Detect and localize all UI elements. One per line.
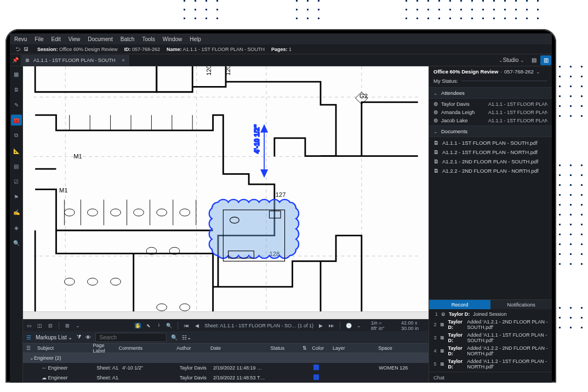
toggle-visibility-icon[interactable]: 👁 <box>85 334 91 340</box>
event-row[interactable]: 5🗎Taylor D:Added 'A1.1.2 - 1ST FLOOR PLA… <box>429 357 552 371</box>
panel-toggle-1-icon[interactable]: ▤ <box>528 55 539 65</box>
split-none-icon[interactable]: ▭ <box>26 323 32 328</box>
person-icon: ⊚ <box>441 311 446 317</box>
markup-row[interactable]: ↔ Engineer Sheet: A1.1.1 … 4'-10 1/2" Ta… <box>23 363 429 373</box>
menu-edit[interactable]: Edit <box>51 36 60 42</box>
tool-checkbox-icon[interactable]: ☑ <box>11 176 22 187</box>
select-tool-icon[interactable]: ⬉ <box>145 323 151 328</box>
thumbnails-icon[interactable]: ⊞ <box>65 323 71 328</box>
columns-icon[interactable]: ☷⌄ <box>182 334 191 340</box>
my-status-row[interactable]: My Status: <box>429 77 552 87</box>
back-icon[interactable]: ⮌ <box>15 47 20 52</box>
col-page-label[interactable]: Page Label <box>90 343 116 354</box>
split-v-icon[interactable]: ⊟ <box>47 323 53 328</box>
col-sort-icon[interactable]: ⇅ <box>299 345 309 351</box>
markups-columns: ☰ Subject Page Label Comments Author Dat… <box>23 343 429 353</box>
panel-toggle-2-icon[interactable]: ▥ <box>540 55 551 65</box>
last-page-icon[interactable]: ⏭ <box>328 323 334 328</box>
tab-record[interactable]: Record <box>429 299 490 309</box>
event-row[interactable]: 3🗎Taylor D:Added 'A1.1.1 - 1ST FLOOR PLA… <box>429 331 552 344</box>
tool-shapes-icon[interactable]: ◈ <box>11 222 22 233</box>
col-space[interactable]: Space <box>375 345 429 351</box>
svg-text:120D: 120D <box>205 66 212 76</box>
person-icon: ⊚ <box>433 101 438 107</box>
document-row[interactable]: 🗎A1.1.2 - 1ST FLOOR PLAN - NORTH.pdf <box>429 147 552 157</box>
studio-session-header[interactable]: Office 60% Design Review · 057-768-262 ⌄ <box>429 66 552 77</box>
search-icon[interactable]: 🔍 <box>171 334 178 340</box>
attendee-row[interactable]: ⊚Amanda LeighA1.1.1 - 1ST FLOOR PLAN - S… <box>429 108 552 116</box>
tool-toolbox-icon[interactable]: 🧰 <box>11 115 22 126</box>
save-icon[interactable]: 🖫 <box>24 47 28 52</box>
drawing-viewport[interactable]: 120D 120C G2 M1 M1 127 128 <box>23 66 429 311</box>
markups-search-input[interactable] <box>95 333 167 342</box>
sheet-name[interactable]: Sheet: A1.1.1 - 1ST FLOOR PLAN - SO… (1 … <box>204 323 313 328</box>
clock-icon[interactable]: 🕓 <box>346 323 352 328</box>
tab-notifications[interactable]: Notifications <box>490 299 552 309</box>
col-date[interactable]: Date <box>207 345 267 351</box>
markup-row[interactable]: ☁ Engineer Sheet: A1.1.1 … Taylor Davis … <box>23 373 429 383</box>
documents-section-header[interactable]: ⌄ Documents <box>429 126 552 137</box>
tab-overflow-icon[interactable]: ⌄ <box>499 58 503 63</box>
event-row[interactable]: 2🗎Taylor D:Added 'A1.2.1 - 2ND FLOOR PLA… <box>429 318 552 331</box>
menu-window[interactable]: Window <box>163 36 182 42</box>
menu-revu[interactable]: Revu <box>14 36 27 42</box>
scale-readout[interactable]: 1in = 8ft' in" <box>371 320 389 331</box>
next-page-icon[interactable]: ▶ <box>318 323 324 328</box>
filter-icon[interactable]: ⧩ <box>77 334 81 340</box>
attendees-section-header[interactable]: ⌄ Attendees <box>429 87 552 99</box>
split-h-icon[interactable]: ◫ <box>37 323 43 328</box>
tool-measure-icon[interactable]: 📐 <box>11 145 22 156</box>
studio-label[interactable]: Studio ⌄ <box>503 57 524 63</box>
event-row[interactable]: 4🗎Taylor D:Added 'A1.2.2 - 2ND FLOOR PLA… <box>429 344 552 357</box>
svg-point-19 <box>180 304 190 311</box>
tool-search-icon[interactable]: 🔍 <box>11 237 22 248</box>
attendee-row[interactable]: ⊚Taylor DavisA1.1.1 - 1ST FLOOR PLAN - S… <box>429 100 552 108</box>
horizontal-scrollbar[interactable] <box>23 311 429 319</box>
close-tab-icon[interactable]: × <box>122 58 124 63</box>
menu-batch[interactable]: Batch <box>121 36 135 42</box>
markup-group-row[interactable]: ⌄ Engineer (2) <box>23 353 429 363</box>
tool-grid-icon[interactable]: ▦ <box>11 69 22 79</box>
tool-file-icon[interactable]: 🗎 <box>11 84 22 95</box>
col-subject[interactable]: Subject <box>34 345 90 351</box>
tool-marker-icon[interactable]: ✎ <box>11 99 22 110</box>
clock-dropdown-icon[interactable]: ⌄ <box>356 323 362 328</box>
chat-field[interactable]: Chat <box>429 372 552 383</box>
event-row[interactable]: 1⊚Taylor D:Joined Session <box>429 310 552 318</box>
menu-document[interactable]: Document <box>88 36 113 42</box>
first-page-icon[interactable]: ⏮ <box>184 323 190 328</box>
svg-point-15 <box>64 278 75 285</box>
pan-tool-icon[interactable]: ✋ <box>135 323 141 328</box>
col-layer[interactable]: Layer <box>329 345 375 351</box>
tool-layers-icon[interactable]: ▤ <box>11 161 22 172</box>
tool-links-icon[interactable]: ⧉ <box>11 130 22 141</box>
col-comments[interactable]: Comments <box>116 345 174 351</box>
session-id: 057-768-262 <box>132 47 160 52</box>
prev-page-icon[interactable]: ◀ <box>194 323 200 328</box>
markups-title[interactable]: Markups List ⌄ <box>36 334 72 340</box>
menu-view[interactable]: View <box>68 36 81 42</box>
text-select-icon[interactable]: Ꭵ <box>156 322 162 328</box>
tab-title: A1.1.1 - 1ST FLOOR PLAN - SOUTH <box>33 58 115 63</box>
tool-flag-icon[interactable]: ⚑ <box>11 191 22 202</box>
svg-point-7 <box>64 209 75 216</box>
document-tab[interactable]: 🗎 A1.1.1 - 1ST FLOOR PLAN - SOUTH × <box>21 55 129 66</box>
zoom-tool-icon[interactable]: 🔍 <box>166 323 172 328</box>
col-status[interactable]: Status <box>267 345 299 351</box>
tool-sign-icon[interactable]: ✍ <box>11 207 22 218</box>
thumbs-dropdown-icon[interactable]: ⌄ <box>75 323 81 328</box>
markups-list-icon[interactable]: ☰ <box>26 334 31 340</box>
document-row[interactable]: 🗎A1.2.2 - 2ND FLOOR PLAN - NORTH.pdf <box>429 166 552 175</box>
menu-file[interactable]: File <box>35 36 43 42</box>
menu-tools[interactable]: Tools <box>142 36 155 42</box>
col-author[interactable]: Author <box>173 345 207 351</box>
col-expand-icon[interactable]: ☰ <box>23 345 34 351</box>
document-row[interactable]: 🗎A1.1.1 - 1ST FLOOR PLAN - SOUTH.pdf <box>429 138 552 147</box>
attendee-row[interactable]: ⊚Jacob LakeA1.1.1 - 1ST FLOOR PLAN - SO <box>429 116 552 124</box>
svg-point-17 <box>111 278 121 285</box>
pin-icon[interactable]: 📌 <box>10 54 21 66</box>
menu-help[interactable]: Help <box>190 36 201 42</box>
document-row[interactable]: 🗎A1.2.1 - 2ND FLOOR PLAN - SOUTH.pdf <box>429 157 552 166</box>
svg-text:M1: M1 <box>59 187 68 194</box>
col-color[interactable]: Color <box>309 345 329 351</box>
